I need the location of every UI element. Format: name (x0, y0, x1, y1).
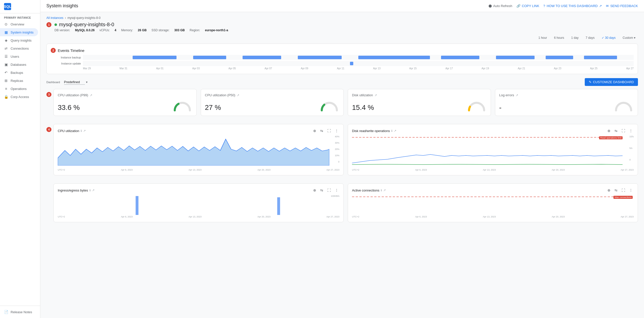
max-connections-label: Max connections (613, 196, 633, 199)
expand-btn-connections[interactable]: ⛶ (621, 188, 626, 193)
zoom-btn-disk-rw[interactable]: ⊕ (606, 128, 611, 133)
time-btn-custom[interactable]: Custom ▾ (620, 35, 638, 41)
expand-btn-disk-rw[interactable]: ⛶ (621, 128, 626, 133)
metric-card-title-log-errors: Log errors ↗ (499, 93, 634, 97)
metric-card-cpu-p50: CPU utilization (P50) ↗ 27 % (201, 89, 344, 116)
backup-bar-2 (193, 56, 226, 59)
timeline-track-backup (83, 55, 634, 60)
share-icon-chart-disk-rw[interactable]: ↗ (394, 129, 396, 133)
zoom-btn-ingress[interactable]: ⊕ (312, 188, 317, 193)
expand-btn-cpu[interactable]: ⛶ (326, 128, 332, 133)
sidebar-label-users: Users (11, 55, 19, 58)
chart-title-ingress: Ingress/egress bytes ℹ ↗ (58, 188, 95, 192)
disk-rw-chart-svg (352, 135, 623, 166)
chart-x-mid1-disk: Apr 6, 2023 (415, 169, 427, 171)
metric-value-cpu-p50: 27 % (205, 104, 221, 112)
chart-y-labels-disk-rw: 10/s 5/s 0 (629, 135, 634, 161)
more-btn-cpu[interactable]: ⋮ (334, 128, 339, 133)
sidebar-item-system-insights[interactable]: ▦System insights (0, 28, 38, 36)
sidebar-item-users[interactable]: ☰Users (0, 52, 38, 60)
top-bar: System insights Auto Refresh 🔗 COPY LINK… (40, 0, 644, 12)
release-notes-icon: 📄 (4, 310, 8, 314)
time-btn-7d[interactable]: 7 days (583, 35, 597, 41)
metrics-grid: CPU utilization (P99) ↗ 33.6 % CPU ut (53, 89, 638, 116)
time-btn-30d[interactable]: ✓ 30 days (599, 35, 618, 41)
customize-dashboard-button[interactable]: ✎ CUSTOMIZE DASHBOARD (585, 78, 638, 86)
more-btn-ingress[interactable]: ⋮ (334, 188, 339, 193)
gauge-disk (466, 99, 487, 112)
instance-header: 1 mysql-query-insights-8-0 DB version: M… (46, 22, 638, 32)
events-timeline-header: 2 Events Timeline (51, 48, 634, 53)
step-badge-4: 4 (46, 127, 51, 132)
sidebar-item-databases[interactable]: ▣Databases (0, 60, 38, 69)
gauge-cpu-p99 (172, 99, 192, 112)
sidebar-item-release-notes[interactable]: 📄 Release Notes (0, 308, 38, 316)
sql-logo: SQL (4, 3, 11, 10)
expand-btn-ingress[interactable]: ⛶ (326, 188, 332, 193)
backup-bar-1 (133, 56, 177, 59)
share-icon-ingress[interactable]: ↗ (92, 188, 95, 192)
databases-icon: ▣ (4, 62, 8, 67)
chart-footer-connections: UTC+2 Apr 6, 2023 Apr 13, 2023 Apr 20, 2… (352, 215, 634, 218)
compare-btn-ingress[interactable]: ⇆ (319, 188, 324, 193)
sidebar-item-overview[interactable]: ⊙Overview (0, 20, 38, 28)
zoom-btn-connections[interactable]: ⊕ (606, 188, 611, 193)
copy-link-button[interactable]: 🔗 COPY LINK (516, 4, 539, 8)
sidebar-item-operations[interactable]: ≡Operations (0, 85, 38, 93)
content-area: All instances › mysql-query-insights-8-0… (40, 12, 644, 318)
time-btn-1d[interactable]: 1 day (569, 35, 581, 41)
breadcrumb: All instances › mysql-query-insights-8-0 (46, 16, 638, 20)
dashboard-select[interactable]: Predefined (64, 80, 85, 85)
sidebar-label-query-insights: Query insights (11, 39, 32, 42)
sidebar-item-connections[interactable]: ⇄Connections (0, 44, 38, 52)
how-to-button[interactable]: ? HOW TO USE THIS DASHBOARD ↗ (543, 4, 602, 8)
sidebar-item-corp-access[interactable]: 🔒Corp Access (0, 93, 38, 101)
main-content: System insights Auto Refresh 🔗 COPY LINK… (40, 0, 644, 318)
chart-x-mid3-cpu: Apr 20, 2023 (257, 169, 271, 171)
auto-refresh[interactable]: Auto Refresh (489, 4, 512, 8)
time-btn-6h[interactable]: 6 hours (551, 35, 567, 41)
bottom-charts-section: Ingress/egress bytes ℹ ↗ ⊕ ⇆ ⛶ ⋮ 100KB/s (53, 183, 638, 222)
feedback-button[interactable]: ✉ SEND FEEDBACK (606, 4, 638, 8)
share-icon-connections[interactable]: ↗ (383, 188, 386, 192)
overview-icon: ⊙ (4, 22, 8, 26)
ssd-storage: SSD storage: 303 GB (152, 28, 185, 32)
sidebar-nav: ⊙Overview▦System insights◈Query insights… (0, 20, 40, 101)
step-badge-3: 3 (46, 92, 51, 97)
info-icon-ingress[interactable]: ℹ (90, 189, 91, 192)
feedback-label: SEND FEEDBACK (610, 4, 638, 8)
time-btn-1h[interactable]: 1 hour (536, 35, 549, 41)
share-icon-log-errors[interactable]: ↗ (516, 93, 518, 97)
share-icon-cpu-p50[interactable]: ↗ (237, 93, 239, 97)
share-icon-cpu-p99[interactable]: ↗ (90, 93, 92, 97)
info-icon-connections[interactable]: ℹ (381, 189, 382, 192)
more-btn-connections[interactable]: ⋮ (628, 188, 634, 193)
more-btn-disk-rw[interactable]: ⋮ (628, 128, 634, 133)
breadcrumb-all-instances[interactable]: All instances (46, 16, 63, 20)
timeline-row-update: Instance update (51, 61, 634, 66)
info-icon-cpu[interactable]: ℹ (81, 129, 82, 133)
sidebar-footer: 📄 Release Notes (0, 306, 40, 318)
chart-area-connections: Max connections (352, 195, 634, 215)
share-icon-chart-cpu[interactable]: ↗ (83, 129, 86, 133)
status-dot (54, 23, 57, 26)
connections-icon: ⇄ (4, 46, 8, 50)
sidebar-item-replicas[interactable]: ⊞Replicas (0, 77, 38, 85)
timeline-row-backup: Instance backup (51, 55, 634, 60)
compare-btn-disk-rw[interactable]: ⇆ (613, 128, 619, 133)
info-icon-disk-rw[interactable]: ℹ (391, 129, 392, 133)
backup-bar-8 (546, 56, 573, 59)
copy-link-label: COPY LINK (522, 4, 539, 8)
chart-card-disk-rw: Disk read/write operations ℹ ↗ ⊕ ⇆ ⛶ ⋮ (348, 124, 638, 175)
update-bar-1 (350, 62, 353, 65)
compare-btn-connections[interactable]: ⇆ (613, 188, 619, 193)
auto-refresh-label: Auto Refresh (493, 4, 512, 8)
chart-footer-disk-rw: UTC+2 Apr 6, 2023 Apr 13, 2023 Apr 20, 2… (352, 169, 634, 171)
chart-actions-disk-rw: ⊕ ⇆ ⛶ ⋮ (606, 128, 634, 133)
sidebar-item-backups[interactable]: ↶Backups (0, 69, 38, 77)
zoom-btn-cpu[interactable]: ⊕ (312, 128, 317, 133)
compare-btn-cpu[interactable]: ⇆ (319, 128, 324, 133)
share-icon-disk[interactable]: ↗ (374, 93, 377, 97)
chevron-down-icon: ▾ (86, 80, 87, 84)
sidebar-item-query-insights[interactable]: ◈Query insights (0, 36, 38, 44)
